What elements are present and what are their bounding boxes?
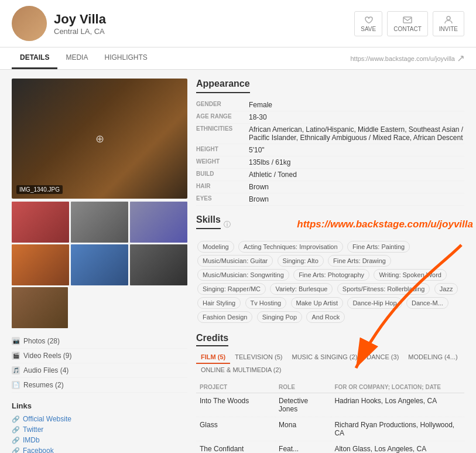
- facebook-link[interactable]: 🔗 Facebook: [12, 447, 187, 453]
- skill-guitar[interactable]: Music/Musician: Guitar: [197, 255, 273, 267]
- resumes-link[interactable]: 📄 Resumes (2): [12, 378, 187, 393]
- role-1: Detective Jones: [275, 393, 331, 417]
- skill-rollerblading[interactable]: Sports/Fitness: Rollerblading: [337, 283, 430, 295]
- credit-tab-online[interactable]: ONLINE & MULTIMEDIA (2): [196, 364, 286, 376]
- photo-thumb-5[interactable]: [71, 244, 128, 285]
- eyes-row: EYES Brown: [196, 193, 464, 206]
- skill-spoken-word[interactable]: Writing: Spoken Word: [374, 269, 447, 281]
- age-label: AGE RANGE: [196, 113, 249, 121]
- weight-row: WEIGHT 135lbs / 61kg: [196, 156, 464, 169]
- skill-acting[interactable]: Acting Techniques: Improvisation: [238, 241, 343, 253]
- media-links: 📷 Photos (28) 🎬 Video Reels (9) 🎵 Audio …: [12, 334, 187, 393]
- link-icon-3: 🔗: [12, 437, 20, 444]
- photo-thumb-7[interactable]: [12, 287, 68, 328]
- official-website-link[interactable]: 🔗 Official Website: [12, 415, 187, 423]
- tab-details[interactable]: DETAILS: [12, 47, 57, 69]
- save-label: SAVE: [361, 26, 376, 32]
- credit-row-3: The Confidant Feat... Alton Glass, Los A…: [196, 441, 464, 454]
- main-photo[interactable]: ⊕ IMG_1340.JPG: [12, 79, 187, 199]
- credit-tab-tv[interactable]: TELEVISION (5): [230, 351, 287, 364]
- video-reels-link[interactable]: 🎬 Video Reels (9): [12, 349, 187, 363]
- photo-thumb-2[interactable]: [71, 202, 128, 243]
- link-icon-4: 🔗: [12, 447, 20, 454]
- credits-section: Credits https://www.backstage.com/u/joyv…: [196, 333, 464, 453]
- ethnicity-label: ETHNICITIES: [196, 125, 249, 142]
- skill-modeling[interactable]: Modeling: [197, 241, 234, 253]
- tab-media[interactable]: MEDIA: [57, 47, 96, 69]
- credits-title: Credits: [196, 333, 228, 346]
- credit-tab-modeling[interactable]: MODELING (4...): [403, 351, 462, 364]
- gender-value: Female: [249, 101, 272, 109]
- skills-title: Skills: [196, 214, 221, 229]
- svg-rect-0: [403, 17, 412, 23]
- twitter-link[interactable]: 🔗 Twitter: [12, 425, 187, 434]
- invite-button[interactable]: INVITE: [433, 11, 464, 36]
- credit-tab-film[interactable]: FILM (5): [196, 351, 230, 364]
- credit-row-1: Into The Woods Detective Jones Hadrian H…: [196, 393, 464, 417]
- sidebar: ⊕ IMG_1340.JPG 📷 Photos (28): [12, 79, 187, 453]
- resumes-label: Resumes (2): [23, 381, 64, 389]
- skill-drawing[interactable]: Fine Arts: Drawing: [328, 255, 391, 267]
- main-content: ⊕ IMG_1340.JPG 📷 Photos (28): [0, 70, 476, 453]
- height-label: HEIGHT: [196, 146, 249, 154]
- skill-tv-hosting[interactable]: Tv Hosting: [245, 297, 287, 309]
- build-value: Athletic / Toned: [249, 171, 297, 179]
- header-left: Joy Villa Central LA, CA: [12, 6, 106, 41]
- tab-highlights[interactable]: HIGHLIGHTS: [96, 47, 155, 69]
- skill-makeup[interactable]: Make Up Artist: [291, 297, 344, 309]
- skill-fashion[interactable]: Fashion Design: [197, 311, 252, 323]
- links-title: Links: [12, 401, 187, 410]
- avatar: [12, 6, 47, 41]
- photo-grid-row2: [12, 244, 187, 285]
- col-project: PROJECT: [196, 382, 275, 393]
- col-detail: FOR OR COMPANY; LOCATION; DATE: [331, 382, 464, 393]
- contact-button[interactable]: CONTACT: [387, 11, 428, 36]
- skill-painting[interactable]: Fine Arts: Painting: [347, 241, 410, 253]
- resume-icon: 📄: [12, 381, 20, 389]
- profile-location: Central LA, CA: [54, 27, 106, 36]
- build-row: BUILD Athletic / Toned: [196, 169, 464, 181]
- official-website-label: Official Website: [23, 415, 71, 423]
- skill-hair[interactable]: Hair Styling: [197, 297, 241, 309]
- twitter-label: Twitter: [23, 425, 43, 434]
- skill-alto[interactable]: Singing: Alto: [278, 255, 324, 267]
- photos-link[interactable]: 📷 Photos (28): [12, 334, 187, 349]
- skill-jazz[interactable]: Jazz: [434, 283, 458, 295]
- nav-tabs: DETAILS MEDIA HIGHLIGHTS https://www.bac…: [0, 47, 476, 70]
- links-section: Links 🔗 Official Website 🔗 Twitter 🔗 IMD…: [12, 401, 187, 453]
- role-2: Mona: [275, 417, 331, 441]
- save-button[interactable]: SAVE: [354, 11, 382, 36]
- mail-icon: [403, 15, 412, 25]
- photo-zoom-icon: ⊕: [95, 132, 104, 145]
- skill-burlesque[interactable]: Variety: Burlesque: [270, 283, 333, 295]
- skill-rock[interactable]: And Rock: [306, 311, 345, 323]
- photo-thumb-3[interactable]: [130, 202, 187, 243]
- credit-row-2: Glass Mona Richard Ryan Productions, Hol…: [196, 417, 464, 441]
- eyes-value: Brown: [249, 195, 269, 203]
- skill-photography[interactable]: Fine Arts: Photography: [293, 269, 369, 281]
- photo-grid-row1: [12, 202, 187, 243]
- skill-songwriting[interactable]: Music/Musician: Songwriting: [197, 269, 289, 281]
- photo-thumb-6[interactable]: [130, 244, 187, 285]
- skill-singing-pop[interactable]: Singing Pop: [257, 311, 302, 323]
- header: Joy Villa Central LA, CA SAVE CONTACT: [0, 0, 476, 47]
- skill-dance-m[interactable]: Dance-M...: [406, 297, 448, 309]
- heart-icon: [364, 15, 373, 25]
- imdb-link[interactable]: 🔗 IMDb: [12, 436, 187, 444]
- credit-tab-dance[interactable]: DANCE (3): [362, 351, 403, 364]
- skill-rapper[interactable]: Singing: Rapper/MC: [197, 283, 266, 295]
- photo-thumb-1[interactable]: [12, 202, 69, 243]
- skill-hiphop[interactable]: Dance-Hip Hop: [347, 297, 402, 309]
- avatar-image: [12, 6, 47, 41]
- project-1: Into The Woods: [196, 393, 275, 417]
- header-info: Joy Villa Central LA, CA: [54, 12, 106, 36]
- photo-thumb-4[interactable]: [12, 244, 69, 285]
- audio-files-link[interactable]: 🎵 Audio Files (4): [12, 363, 187, 378]
- weight-value: 135lbs / 61kg: [249, 158, 290, 166]
- credit-tab-music[interactable]: MUSIC & SINGING (2): [287, 351, 362, 364]
- credits-tabs: FILM (5) TELEVISION (5) MUSIC & SINGING …: [196, 351, 464, 376]
- contact-label: CONTACT: [393, 26, 422, 32]
- camera-icon: 📷: [12, 337, 20, 345]
- project-3: The Confidant: [196, 441, 275, 454]
- ethnicity-value: African American, Latino/Hispanic, Middl…: [249, 125, 464, 142]
